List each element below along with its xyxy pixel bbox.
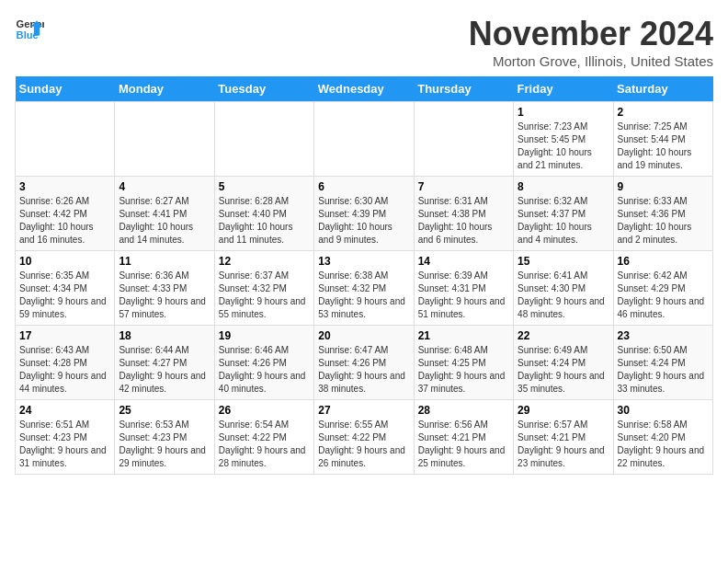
day-number: 13 [318, 255, 409, 268]
weekday-header-cell: Thursday [414, 76, 513, 102]
day-number: 10 [19, 255, 110, 268]
day-info: Sunrise: 6:39 AM Sunset: 4:31 PM Dayligh… [418, 270, 509, 321]
calendar-cell: 21Sunrise: 6:48 AM Sunset: 4:25 PM Dayli… [414, 326, 513, 400]
day-info: Sunrise: 6:37 AM Sunset: 4:32 PM Dayligh… [219, 270, 310, 321]
calendar-table: SundayMondayTuesdayWednesdayThursdayFrid… [15, 76, 713, 475]
calendar-body: 1Sunrise: 7:23 AM Sunset: 5:45 PM Daylig… [16, 102, 713, 475]
calendar-cell: 27Sunrise: 6:55 AM Sunset: 4:22 PM Dayli… [314, 400, 414, 475]
day-number: 17 [19, 329, 110, 342]
calendar-cell: 20Sunrise: 6:47 AM Sunset: 4:26 PM Dayli… [314, 326, 414, 400]
day-info: Sunrise: 6:57 AM Sunset: 4:21 PM Dayligh… [518, 419, 609, 470]
day-number: 22 [518, 329, 609, 342]
day-info: Sunrise: 6:46 AM Sunset: 4:26 PM Dayligh… [219, 344, 310, 396]
calendar-week-row: 17Sunrise: 6:43 AM Sunset: 4:28 PM Dayli… [16, 326, 713, 400]
day-number: 20 [318, 329, 409, 342]
day-number: 30 [618, 404, 709, 417]
day-number: 7 [418, 180, 509, 193]
calendar-cell: 23Sunrise: 6:50 AM Sunset: 4:24 PM Dayli… [613, 326, 712, 400]
calendar-cell: 3Sunrise: 6:26 AM Sunset: 4:42 PM Daylig… [16, 177, 115, 251]
day-number: 15 [518, 255, 609, 268]
logo: General Blue [15, 15, 44, 44]
calendar-cell: 7Sunrise: 6:31 AM Sunset: 4:38 PM Daylig… [414, 177, 513, 251]
calendar-cell: 15Sunrise: 6:41 AM Sunset: 4:30 PM Dayli… [514, 251, 613, 326]
calendar-cell [115, 102, 214, 177]
calendar-cell [414, 102, 513, 177]
month-title: November 2024 [469, 15, 713, 53]
day-number: 16 [618, 255, 709, 268]
calendar-cell: 6Sunrise: 6:30 AM Sunset: 4:39 PM Daylig… [314, 177, 414, 251]
day-info: Sunrise: 6:47 AM Sunset: 4:26 PM Dayligh… [318, 344, 409, 396]
weekday-header-cell: Monday [115, 76, 214, 102]
calendar-cell [214, 102, 313, 177]
calendar-cell: 18Sunrise: 6:44 AM Sunset: 4:27 PM Dayli… [115, 326, 214, 400]
day-info: Sunrise: 6:38 AM Sunset: 4:32 PM Dayligh… [318, 270, 409, 321]
weekday-header-cell: Saturday [613, 76, 712, 102]
title-area: November 2024 Morton Grove, Illinois, Un… [469, 15, 713, 69]
weekday-header-cell: Friday [514, 76, 613, 102]
weekday-header-cell: Wednesday [314, 76, 414, 102]
weekday-header-cell: Sunday [16, 76, 115, 102]
day-info: Sunrise: 6:49 AM Sunset: 4:24 PM Dayligh… [518, 344, 609, 396]
day-number: 3 [19, 180, 110, 193]
day-info: Sunrise: 7:25 AM Sunset: 5:44 PM Dayligh… [618, 121, 709, 172]
day-number: 9 [618, 180, 709, 193]
calendar-cell: 1Sunrise: 7:23 AM Sunset: 5:45 PM Daylig… [514, 102, 613, 177]
calendar-cell: 11Sunrise: 6:36 AM Sunset: 4:33 PM Dayli… [115, 251, 214, 326]
calendar-cell: 17Sunrise: 6:43 AM Sunset: 4:28 PM Dayli… [16, 326, 115, 400]
day-info: Sunrise: 6:51 AM Sunset: 4:23 PM Dayligh… [19, 419, 110, 470]
calendar-cell: 10Sunrise: 6:35 AM Sunset: 4:34 PM Dayli… [16, 251, 115, 326]
day-info: Sunrise: 6:44 AM Sunset: 4:27 PM Dayligh… [119, 344, 210, 396]
day-info: Sunrise: 6:58 AM Sunset: 4:20 PM Dayligh… [618, 419, 709, 470]
calendar-cell: 26Sunrise: 6:54 AM Sunset: 4:22 PM Dayli… [214, 400, 313, 475]
calendar-cell: 22Sunrise: 6:49 AM Sunset: 4:24 PM Dayli… [514, 326, 613, 400]
day-info: Sunrise: 6:41 AM Sunset: 4:30 PM Dayligh… [518, 270, 609, 321]
day-number: 2 [618, 106, 709, 119]
day-info: Sunrise: 6:42 AM Sunset: 4:29 PM Dayligh… [618, 270, 709, 321]
calendar-cell: 28Sunrise: 6:56 AM Sunset: 4:21 PM Dayli… [414, 400, 513, 475]
day-number: 28 [418, 404, 509, 417]
calendar-cell: 16Sunrise: 6:42 AM Sunset: 4:29 PM Dayli… [613, 251, 712, 326]
calendar-cell: 8Sunrise: 6:32 AM Sunset: 4:37 PM Daylig… [514, 177, 613, 251]
calendar-cell: 9Sunrise: 6:33 AM Sunset: 4:36 PM Daylig… [613, 177, 712, 251]
day-number: 26 [219, 404, 310, 417]
calendar-cell: 30Sunrise: 6:58 AM Sunset: 4:20 PM Dayli… [613, 400, 712, 475]
day-info: Sunrise: 7:23 AM Sunset: 5:45 PM Dayligh… [518, 121, 609, 172]
calendar-week-row: 1Sunrise: 7:23 AM Sunset: 5:45 PM Daylig… [16, 102, 713, 177]
day-number: 27 [318, 404, 409, 417]
day-info: Sunrise: 6:31 AM Sunset: 4:38 PM Dayligh… [418, 195, 509, 247]
calendar-cell: 2Sunrise: 7:25 AM Sunset: 5:44 PM Daylig… [613, 102, 712, 177]
day-number: 1 [518, 106, 609, 119]
calendar-cell: 25Sunrise: 6:53 AM Sunset: 4:23 PM Dayli… [115, 400, 214, 475]
day-info: Sunrise: 6:27 AM Sunset: 4:41 PM Dayligh… [119, 195, 210, 247]
weekday-header-row: SundayMondayTuesdayWednesdayThursdayFrid… [16, 76, 713, 102]
calendar-cell: 4Sunrise: 6:27 AM Sunset: 4:41 PM Daylig… [115, 177, 214, 251]
day-info: Sunrise: 6:53 AM Sunset: 4:23 PM Dayligh… [119, 419, 210, 470]
day-info: Sunrise: 6:50 AM Sunset: 4:24 PM Dayligh… [618, 344, 709, 396]
day-info: Sunrise: 6:55 AM Sunset: 4:22 PM Dayligh… [318, 419, 409, 470]
calendar-week-row: 10Sunrise: 6:35 AM Sunset: 4:34 PM Dayli… [16, 251, 713, 326]
day-info: Sunrise: 6:54 AM Sunset: 4:22 PM Dayligh… [219, 419, 310, 470]
day-number: 4 [119, 180, 210, 193]
calendar-cell: 19Sunrise: 6:46 AM Sunset: 4:26 PM Dayli… [214, 326, 313, 400]
day-info: Sunrise: 6:43 AM Sunset: 4:28 PM Dayligh… [19, 344, 110, 396]
day-number: 21 [418, 329, 509, 342]
calendar-cell: 24Sunrise: 6:51 AM Sunset: 4:23 PM Dayli… [16, 400, 115, 475]
day-info: Sunrise: 6:56 AM Sunset: 4:21 PM Dayligh… [418, 419, 509, 470]
day-number: 19 [219, 329, 310, 342]
day-info: Sunrise: 6:33 AM Sunset: 4:36 PM Dayligh… [618, 195, 709, 247]
day-info: Sunrise: 6:28 AM Sunset: 4:40 PM Dayligh… [219, 195, 310, 247]
day-number: 8 [518, 180, 609, 193]
day-number: 25 [119, 404, 210, 417]
day-info: Sunrise: 6:30 AM Sunset: 4:39 PM Dayligh… [318, 195, 409, 247]
day-info: Sunrise: 6:32 AM Sunset: 4:37 PM Dayligh… [518, 195, 609, 247]
calendar-cell [16, 102, 115, 177]
calendar-cell: 14Sunrise: 6:39 AM Sunset: 4:31 PM Dayli… [414, 251, 513, 326]
calendar-week-row: 24Sunrise: 6:51 AM Sunset: 4:23 PM Dayli… [16, 400, 713, 475]
day-info: Sunrise: 6:35 AM Sunset: 4:34 PM Dayligh… [19, 270, 110, 321]
calendar-cell: 13Sunrise: 6:38 AM Sunset: 4:32 PM Dayli… [314, 251, 414, 326]
day-number: 24 [19, 404, 110, 417]
day-number: 23 [618, 329, 709, 342]
day-number: 18 [119, 329, 210, 342]
day-number: 11 [119, 255, 210, 268]
day-info: Sunrise: 6:48 AM Sunset: 4:25 PM Dayligh… [418, 344, 509, 396]
